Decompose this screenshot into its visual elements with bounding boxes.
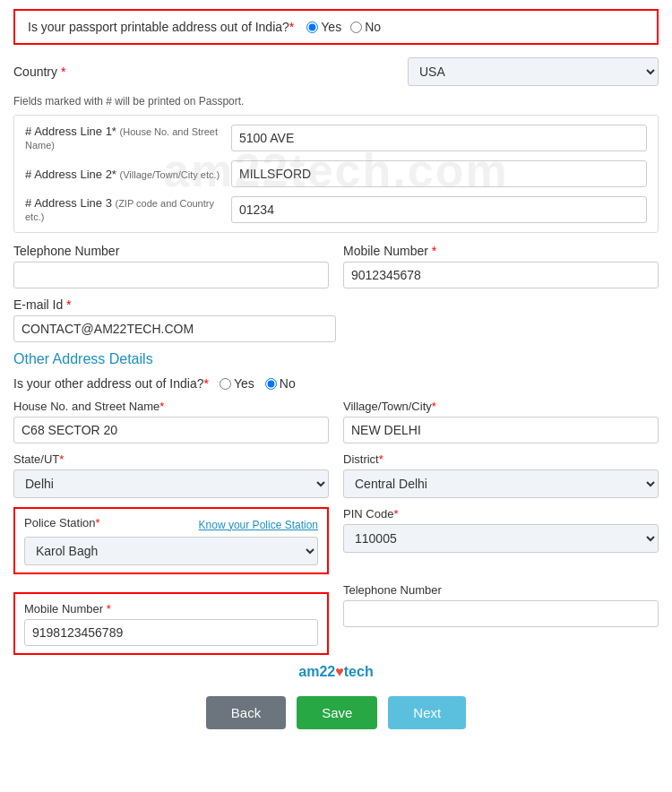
back-button[interactable]: Back [206, 696, 286, 729]
passport-question-text: Is your passport printable address out o… [28, 20, 289, 34]
country-row: Country * USA India UK Canada Australia [13, 57, 659, 86]
country-select[interactable]: USA India UK Canada Australia [408, 57, 659, 86]
district-label: District* [343, 452, 659, 466]
village-city-input[interactable] [343, 417, 659, 443]
address-line3-label-text: Address Line 3 [34, 196, 115, 210]
police-station-header: Police Station* Know your Police Station [24, 516, 318, 533]
telephone-label: Telephone Number [13, 244, 329, 258]
fields-note-text: Fields marked with # will be printed on … [13, 95, 244, 108]
state-district-row: State/UT* Delhi Maharashtra Karnataka Ta… [13, 452, 659, 498]
telephone-col: Telephone Number [13, 244, 329, 288]
other-address-question: Is your other address out of India?* Yes… [13, 376, 659, 391]
address-line2-input[interactable] [231, 160, 647, 187]
pin-code-label: PIN Code* [343, 507, 659, 521]
country-select-wrapper: USA India UK Canada Australia [139, 57, 659, 86]
address-line1-input[interactable] [231, 125, 647, 151]
mobile-col: Mobile Number * [343, 244, 659, 288]
police-col: Police Station* Know your Police Station… [13, 507, 329, 574]
address-line3-row: # Address Line 3 (ZIP code and Country e… [25, 196, 647, 223]
other-no-option[interactable]: No [265, 376, 296, 391]
passport-no-label: No [365, 20, 381, 34]
house-street-label: House No. and Street Name* [13, 400, 329, 413]
email-row: E-mail Id * [13, 297, 659, 342]
passport-asterisk: * [289, 20, 294, 34]
address-line1-input-wrapper [231, 125, 647, 151]
save-button[interactable]: Save [297, 696, 377, 729]
address-line2-sublabel: (Village/Town/City etc.) [120, 169, 220, 180]
passport-question-label: Is your passport printable address out o… [28, 20, 294, 34]
mobile-other-label: Mobile Number * [24, 602, 111, 616]
other-no-radio[interactable] [265, 378, 277, 390]
other-yes-label: Yes [234, 376, 254, 391]
telephone-other-col: Telephone Number [343, 583, 659, 655]
state-label: State/UT* [13, 452, 329, 466]
mobile-other-col: Mobile Number * [13, 583, 329, 655]
passport-yes-option[interactable]: Yes [306, 20, 341, 34]
passport-no-option[interactable]: No [350, 20, 381, 34]
email-input[interactable] [13, 315, 336, 342]
address-line2-input-wrapper [231, 160, 647, 187]
police-station-label: Police Station* [24, 516, 100, 529]
address-line3-label: # Address Line 3 (ZIP code and Country e… [25, 196, 222, 223]
passport-no-radio[interactable] [350, 22, 362, 33]
mobile-other-input[interactable] [24, 619, 318, 646]
address-line3-input[interactable] [231, 196, 647, 223]
house-village-row: House No. and Street Name* Village/Town/… [13, 400, 659, 443]
police-station-box: Police Station* Know your Police Station… [13, 507, 329, 574]
address-line1-label: # Address Line 1* (House No. and Street … [25, 125, 222, 151]
address-line1-label-text: Address Line 1* [34, 125, 119, 138]
telephone-input[interactable] [13, 262, 329, 288]
address-line2-label: # Address Line 2* (Village/Town/City etc… [25, 168, 222, 181]
village-city-label: Village/Town/City* [343, 400, 659, 413]
address-line3-input-wrapper [231, 196, 647, 223]
other-yes-option[interactable]: Yes [220, 376, 254, 391]
other-address-question-text: Is your other address out of India?* [13, 376, 209, 391]
brand-footer: am22♥tech [13, 664, 659, 680]
bottom-buttons: Back Save Next [13, 696, 659, 729]
telephone-other-input[interactable] [343, 600, 659, 627]
passport-radio-group: Yes No [306, 20, 381, 34]
passport-yes-radio[interactable] [306, 22, 318, 33]
pin-col: PIN Code* 110005 110001 110006 [343, 507, 659, 574]
address-block: # Address Line 1* (House No. and Street … [13, 115, 659, 233]
telephone-other-label: Telephone Number [343, 583, 659, 597]
address-line2-label-text: Address Line 2* [34, 168, 119, 181]
police-station-select[interactable]: Karol Bagh Connaught Place Chandni Chowk [24, 537, 318, 565]
email-label: E-mail Id * [13, 297, 659, 312]
mobile-input[interactable] [343, 262, 659, 288]
other-no-label: No [280, 376, 296, 391]
house-street-input[interactable] [13, 417, 329, 443]
house-street-col: House No. and Street Name* [13, 400, 329, 443]
brand-heart: ♥ [335, 664, 344, 679]
district-col: District* Central Delhi North Delhi Sout… [343, 452, 659, 498]
state-col: State/UT* Delhi Maharashtra Karnataka Ta… [13, 452, 329, 498]
state-select[interactable]: Delhi Maharashtra Karnataka Tamil Nadu [13, 469, 329, 498]
country-asterisk: * [61, 65, 65, 79]
next-button[interactable]: Next [388, 696, 466, 729]
page-wrapper: am22tech.com Is your passport printable … [0, 0, 672, 792]
address-line2-row: # Address Line 2* (Village/Town/City etc… [25, 160, 647, 187]
passport-yes-label: Yes [321, 20, 341, 34]
district-select[interactable]: Central Delhi North Delhi South Delhi Ea… [343, 469, 659, 498]
mobile-other-box: Mobile Number * [13, 592, 329, 655]
police-pin-row: Police Station* Know your Police Station… [13, 507, 659, 574]
country-label: Country * [13, 65, 130, 79]
address-line1-row: # Address Line 1* (House No. and Street … [25, 125, 647, 151]
village-city-col: Village/Town/City* [343, 400, 659, 443]
brand-suffix: tech [344, 664, 374, 679]
contact-row: Telephone Number Mobile Number * [13, 244, 659, 288]
fields-note: Fields marked with # will be printed on … [13, 95, 659, 108]
other-yes-radio[interactable] [220, 378, 231, 390]
mobile-label: Mobile Number * [343, 244, 659, 258]
passport-question-box: Is your passport printable address out o… [13, 9, 659, 45]
country-label-text: Country [13, 65, 57, 79]
brand-name: am22 [298, 664, 335, 679]
pin-code-select[interactable]: 110005 110001 110006 [343, 524, 659, 553]
other-address-title: Other Address Details [13, 351, 659, 367]
know-police-link[interactable]: Know your Police Station [199, 519, 318, 531]
mobile-other-row: Mobile Number * Telephone Number [13, 583, 659, 655]
